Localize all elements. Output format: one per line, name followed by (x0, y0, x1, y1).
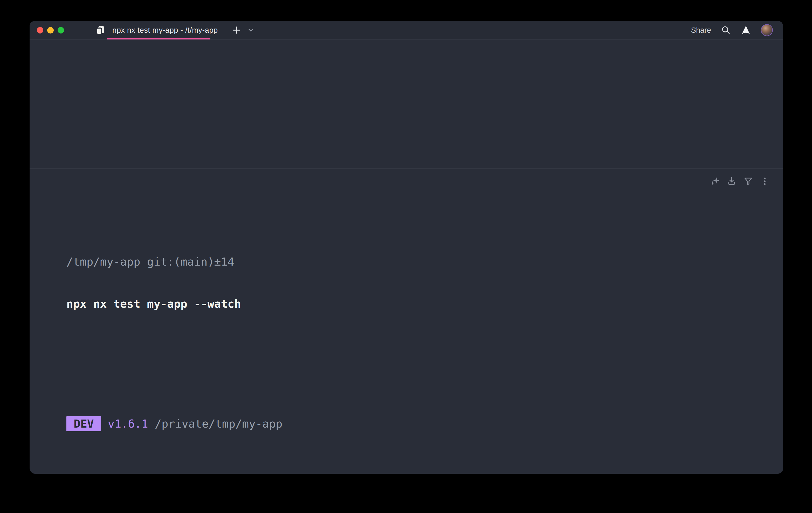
command-block: /tmp/my-app git:(main)±14 npx nx test my… (30, 169, 783, 474)
dev-badge: DEV (66, 416, 101, 431)
sparkles-icon (710, 176, 720, 186)
scrollback-area (30, 40, 783, 169)
dev-server-line: DEV v1.6.1 /private/tmp/my-app (66, 416, 773, 430)
account-button[interactable] (761, 24, 773, 36)
share-button[interactable]: Share (691, 26, 711, 34)
tab-title: npx nx test my-app - /t/my-app (112, 26, 218, 34)
tabbar-right-controls: Share (691, 24, 773, 36)
close-button[interactable] (37, 27, 43, 33)
command-line: npx nx test my-app --watch (66, 297, 773, 311)
search-button[interactable] (721, 25, 731, 35)
tab-active[interactable]: npx nx test my-app - /t/my-app (96, 21, 221, 39)
search-icon (721, 25, 731, 35)
warp-logo-icon (741, 25, 751, 35)
filter-icon (743, 176, 753, 186)
terminal-window: npx nx test my-app - /t/my-app Share (30, 21, 783, 474)
zoom-button[interactable] (58, 27, 64, 33)
download-icon (727, 176, 736, 186)
minimize-button[interactable] (47, 27, 54, 33)
block-toolbar (710, 176, 770, 186)
project-path: /private/tmp/my-app (148, 417, 283, 430)
download-output-button[interactable] (727, 176, 736, 186)
filter-output-button[interactable] (743, 176, 753, 186)
active-tab-underline (107, 38, 210, 39)
tab-list-button[interactable] (248, 27, 254, 33)
ai-explain-button[interactable] (710, 176, 720, 186)
chevron-down-icon (248, 27, 254, 33)
vitest-version: v1.6.1 (101, 417, 148, 430)
block-menu-button[interactable] (760, 176, 770, 186)
avatar (761, 24, 773, 36)
plus-icon (231, 25, 242, 35)
new-tab-button[interactable] (231, 25, 242, 35)
pages-icon (96, 25, 105, 35)
prompt-line: /tmp/my-app git:(main)±14 (66, 255, 773, 269)
kebab-menu-icon (760, 176, 770, 186)
traffic-lights (37, 27, 64, 33)
warp-logo-button[interactable] (741, 25, 751, 35)
tab-bar: npx nx test my-app - /t/my-app Share (30, 21, 783, 40)
